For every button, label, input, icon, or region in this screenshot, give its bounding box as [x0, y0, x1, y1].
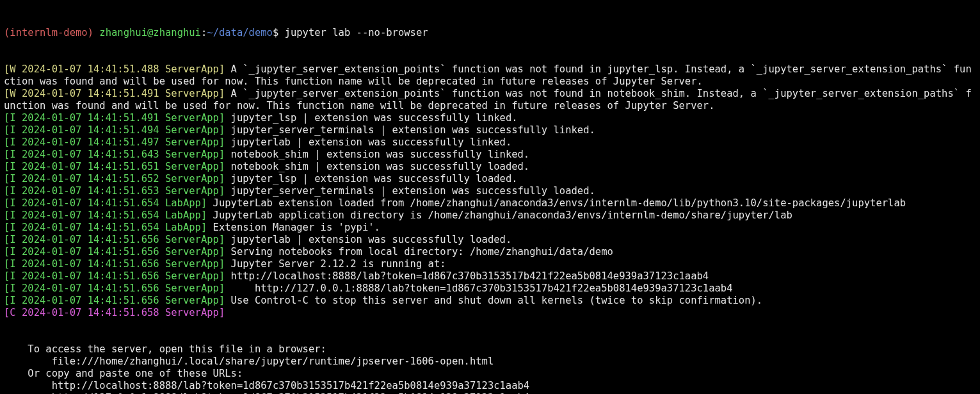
terminal-output[interactable]: (internlm-demo) zhanghui@zhanghui:~/data… — [0, 0, 980, 394]
log-prefix: [I 2024-01-07 14:41:51.643 ServerApp] — [4, 149, 225, 160]
log-line: [I 2024-01-07 14:41:51.656 ServerApp] Ju… — [4, 258, 976, 270]
log-line: [I 2024-01-07 14:41:51.653 ServerApp] ju… — [4, 185, 976, 197]
log-line: [I 2024-01-07 14:41:51.491 ServerApp] ju… — [4, 112, 976, 124]
log-prefix: [I 2024-01-07 14:41:51.652 ServerApp] — [4, 173, 225, 185]
log-line: [I 2024-01-07 14:41:51.654 LabApp] Jupyt… — [4, 197, 976, 209]
conda-env: (internlm-demo) — [4, 27, 99, 38]
entered-command: jupyter lab --no-browser — [285, 27, 428, 38]
log-line: [I 2024-01-07 14:41:51.656 ServerApp] ht… — [4, 270, 976, 283]
log-line: [I 2024-01-07 14:41:51.656 ServerApp] ht… — [4, 283, 976, 295]
log-message: Extension Manager is 'pypi'. — [207, 222, 380, 233]
info-line: file:///home/zhanghui/.local/share/jupyt… — [4, 356, 976, 368]
user-host: zhanghui@zhanghui — [99, 27, 201, 38]
log-prefix: [W 2024-01-07 14:41:51.491 ServerApp] — [4, 88, 225, 99]
log-line: [I 2024-01-07 14:41:51.652 ServerApp] ju… — [4, 173, 976, 185]
log-prefix: [I 2024-01-07 14:41:51.654 LabApp] — [4, 209, 207, 221]
log-prefix: [I 2024-01-07 14:41:51.497 ServerApp] — [4, 136, 225, 148]
log-line: [I 2024-01-07 14:41:51.494 ServerApp] ju… — [4, 124, 976, 136]
log-prefix: [I 2024-01-07 14:41:51.656 ServerApp] — [4, 258, 225, 270]
log-line: [I 2024-01-07 14:41:51.656 ServerApp] ju… — [4, 234, 976, 246]
log-prefix: [I 2024-01-07 14:41:51.656 ServerApp] — [4, 234, 225, 245]
log-message: jupyterlab | extension was successfully … — [225, 234, 511, 245]
log-message: jupyterlab | extension was successfully … — [225, 136, 511, 148]
log-message: http://127.0.0.1:8888/lab?token=1d867c37… — [225, 283, 732, 294]
log-line: [I 2024-01-07 14:41:51.656 ServerApp] Us… — [4, 295, 976, 307]
log-prefix: [I 2024-01-07 14:41:51.656 ServerApp] — [4, 283, 225, 294]
log-line: [W 2024-01-07 14:41:51.491 ServerApp] A … — [4, 88, 976, 112]
log-prefix: [C 2024-01-07 14:41:51.658 ServerApp] — [4, 307, 225, 318]
log-line: [C 2024-01-07 14:41:51.658 ServerApp] — [4, 307, 976, 319]
log-message: jupyter_lsp | extension was successfully… — [225, 112, 517, 124]
log-message: jupyter_server_terminals | extension was… — [225, 124, 595, 136]
log-line: [I 2024-01-07 14:41:51.654 LabApp] Jupyt… — [4, 209, 976, 222]
log-prefix: [I 2024-01-07 14:41:51.653 ServerApp] — [4, 185, 225, 197]
prompt-line: (internlm-demo) zhanghui@zhanghui:~/data… — [4, 27, 976, 39]
info-line: http://localhost:8888/lab?token=1d867c37… — [4, 380, 976, 392]
log-message: Serving notebooks from local directory: … — [225, 246, 613, 258]
log-line: [I 2024-01-07 14:41:51.497 ServerApp] ju… — [4, 136, 976, 149]
log-message: http://localhost:8888/lab?token=1d867c37… — [225, 270, 709, 282]
log-prefix: [I 2024-01-07 14:41:51.651 ServerApp] — [4, 161, 225, 172]
log-message: notebook_shim | extension was successful… — [225, 149, 529, 160]
log-message: JupyterLab application directory is /hom… — [207, 209, 792, 221]
log-prefix: [I 2024-01-07 14:41:51.654 LabApp] — [4, 222, 207, 233]
log-prefix: [W 2024-01-07 14:41:51.488 ServerApp] — [4, 63, 225, 75]
cwd-path: ~/data/demo — [207, 27, 273, 38]
log-line: [I 2024-01-07 14:41:51.656 ServerApp] Se… — [4, 246, 976, 258]
log-prefix: [I 2024-01-07 14:41:51.491 ServerApp] — [4, 112, 225, 124]
log-message: JupyterLab extension loaded from /home/z… — [207, 197, 906, 209]
log-line: [I 2024-01-07 14:41:51.654 LabApp] Exten… — [4, 222, 976, 234]
log-message: jupyter_lsp | extension was successfully… — [225, 173, 517, 185]
log-line: [I 2024-01-07 14:41:51.651 ServerApp] no… — [4, 161, 976, 173]
info-line: To access the server, open this file in … — [4, 343, 976, 356]
info-line: Or copy and paste one of these URLs: — [4, 368, 976, 380]
log-message: jupyter_server_terminals | extension was… — [225, 185, 595, 197]
log-line: [W 2024-01-07 14:41:51.488 ServerApp] A … — [4, 63, 976, 88]
prompt-sep: : — [201, 27, 207, 38]
log-prefix: [I 2024-01-07 14:41:51.656 ServerApp] — [4, 295, 225, 306]
log-prefix: [I 2024-01-07 14:41:51.654 LabApp] — [4, 197, 207, 209]
log-prefix: [I 2024-01-07 14:41:51.656 ServerApp] — [4, 246, 225, 258]
log-prefix: [I 2024-01-07 14:41:51.494 ServerApp] — [4, 124, 225, 136]
log-message: Use Control-C to stop this server and sh… — [225, 295, 762, 306]
log-line: [I 2024-01-07 14:41:51.643 ServerApp] no… — [4, 149, 976, 161]
log-prefix: [I 2024-01-07 14:41:51.656 ServerApp] — [4, 270, 225, 282]
log-message: notebook_shim | extension was successful… — [225, 161, 529, 172]
prompt-dollar: $ — [273, 27, 285, 38]
log-message: Jupyter Server 2.12.2 is running at: — [225, 258, 446, 270]
